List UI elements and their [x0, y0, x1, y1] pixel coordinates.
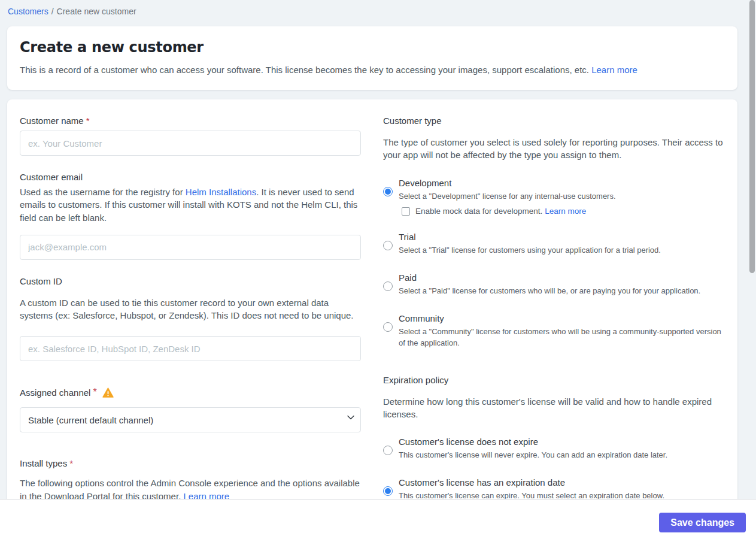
- expiration-option-has-date: Customer's license has an expiration dat…: [383, 477, 725, 502]
- community-option-body: Community Select a "Community" license f…: [399, 313, 725, 349]
- mock-data-checkbox-label: Enable mock data for development. Learn …: [415, 207, 586, 216]
- customer-type-option-paid: Paid Select a "Paid" license for custome…: [383, 272, 725, 297]
- community-radio[interactable]: [383, 322, 393, 332]
- community-option-desc: Select a "Community" license for custome…: [399, 326, 725, 349]
- custom-id-input[interactable]: [20, 336, 361, 361]
- expiration-policy-description: Determine how long this customer's licen…: [383, 395, 725, 421]
- form-right-column: Customer type The type of customer you s…: [383, 116, 725, 505]
- custom-id-label: Custom ID: [20, 276, 361, 286]
- install-types-label: Install types*: [20, 458, 361, 468]
- expiration-policy-heading: Expiration policy: [383, 375, 725, 385]
- trial-radio[interactable]: [383, 241, 393, 250]
- development-option-label: Development: [399, 178, 616, 188]
- has-expiration-option-body: Customer's license has an expiration dat…: [399, 477, 664, 502]
- header-card: Create a new customer This is a record o…: [7, 26, 737, 90]
- no-expire-option-body: Customer's license does not expire This …: [399, 437, 667, 461]
- development-option-body: Development Select a "Development" licen…: [399, 178, 616, 216]
- customer-type-heading: Customer type: [383, 116, 725, 126]
- page-title: Create a new customer: [20, 39, 725, 56]
- no-expire-option-label: Customer's license does not expire: [399, 437, 667, 447]
- mock-data-checkbox[interactable]: [402, 207, 410, 216]
- customer-name-input[interactable]: [20, 131, 361, 156]
- no-expire-radio[interactable]: [383, 446, 393, 455]
- customer-name-label-text: Customer name: [20, 116, 84, 126]
- no-expire-option-desc: This customer's license will never expir…: [399, 450, 667, 461]
- breadcrumb-separator: /: [51, 7, 54, 16]
- mock-data-checkbox-row: Enable mock data for development. Learn …: [402, 207, 616, 216]
- customer-type-description: The type of customer you select is used …: [383, 136, 725, 162]
- paid-option-label: Paid: [399, 272, 700, 283]
- install-types-label-text: Install types: [20, 458, 67, 468]
- mock-data-learn-more-link[interactable]: Learn more: [545, 207, 586, 216]
- community-option-label: Community: [399, 313, 725, 323]
- trial-option-body: Trial Select a "Trial" license for custo…: [399, 232, 661, 256]
- customer-type-option-trial: Trial Select a "Trial" license for custo…: [383, 232, 725, 256]
- customer-type-option-development: Development Select a "Development" licen…: [383, 178, 725, 216]
- create-customer-form: Customer name* Customer email Used as th…: [7, 99, 737, 522]
- customer-email-help: Used as the username for the registry fo…: [20, 186, 361, 224]
- development-radio[interactable]: [383, 187, 393, 196]
- mock-data-checkbox-text: Enable mock data for development.: [415, 207, 545, 216]
- has-expiration-option-label: Customer's license has an expiration dat…: [399, 477, 664, 488]
- assigned-channel-label: Assigned channel: [20, 387, 90, 398]
- expiration-option-no-expire: Customer's license does not expire This …: [383, 437, 725, 461]
- assigned-channel-select[interactable]: Stable (current default channel): [20, 407, 361, 432]
- form-left-column: Customer name* Customer email Used as th…: [20, 116, 361, 505]
- required-asterisk: *: [69, 458, 73, 468]
- custom-id-help: A custom ID can be used to tie this cust…: [20, 296, 361, 322]
- breadcrumb-customers-link[interactable]: Customers: [8, 7, 48, 16]
- breadcrumb: Customers/Create new customer: [0, 0, 756, 16]
- radio-col: [383, 477, 399, 502]
- customer-type-option-community: Community Select a "Community" license f…: [383, 313, 725, 349]
- customer-name-label: Customer name*: [20, 116, 361, 126]
- paid-option-body: Paid Select a "Paid" license for custome…: [399, 272, 700, 297]
- paid-option-desc: Select a "Paid" license for customers wh…: [399, 286, 700, 297]
- has-expiration-radio[interactable]: [383, 486, 393, 496]
- radio-col: [383, 232, 399, 256]
- assigned-channel-select-wrap: Stable (current default channel): [20, 407, 361, 432]
- development-option-desc: Select a "Development" license for any i…: [399, 191, 616, 202]
- radio-col: [383, 437, 399, 461]
- paid-radio[interactable]: [383, 281, 393, 291]
- footer-action-bar: Save changes: [0, 499, 756, 542]
- helm-installations-link[interactable]: Helm Installations: [186, 187, 256, 197]
- header-learn-more-link[interactable]: Learn more: [591, 65, 637, 75]
- breadcrumb-current: Create new customer: [57, 7, 136, 16]
- assigned-channel-label-row: Assigned channel*: [20, 387, 361, 398]
- radio-col: [383, 178, 399, 216]
- required-asterisk: *: [86, 116, 90, 126]
- customer-email-label: Customer email: [20, 172, 361, 182]
- page-description-text: This is a record of a customer who can a…: [20, 65, 591, 75]
- required-asterisk: *: [93, 387, 96, 398]
- vertical-scrollbar[interactable]: [749, 0, 755, 273]
- warning-icon: [102, 387, 114, 398]
- trial-option-desc: Select a "Trial" license for customers u…: [399, 245, 661, 256]
- radio-col: [383, 313, 399, 349]
- trial-option-label: Trial: [399, 232, 661, 242]
- radio-col: [383, 272, 399, 297]
- expiration-policy-section: Expiration policy Determine how long thi…: [383, 375, 725, 502]
- page-description: This is a record of a customer who can a…: [20, 65, 725, 75]
- customer-email-help-text-1: Used as the username for the registry fo…: [20, 187, 186, 197]
- save-changes-button[interactable]: Save changes: [659, 513, 746, 532]
- customer-email-input[interactable]: [20, 235, 361, 260]
